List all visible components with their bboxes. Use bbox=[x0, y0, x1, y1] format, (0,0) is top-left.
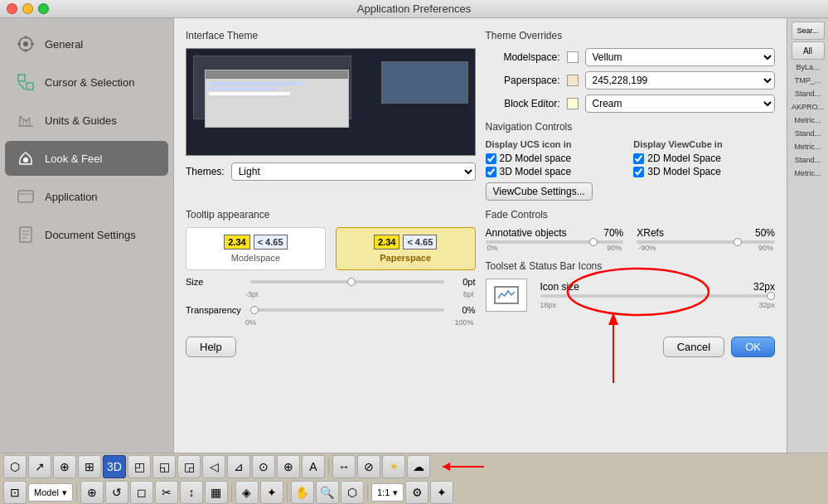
icon-size-slider-track[interactable] bbox=[540, 294, 776, 298]
icon-size-label: Icon size bbox=[540, 281, 579, 293]
tb-icon-fillet[interactable]: ⊿ bbox=[227, 455, 250, 478]
tb-icon-text[interactable]: A bbox=[302, 455, 325, 478]
tb-icon-star[interactable]: ✦ bbox=[260, 481, 283, 504]
tb-icon-cube[interactable]: ⬡ bbox=[341, 481, 364, 504]
vc-2d-checkbox[interactable] bbox=[633, 153, 644, 164]
ok-button[interactable]: OK bbox=[731, 337, 775, 357]
close-button[interactable] bbox=[7, 3, 17, 14]
right-bottom-section: Fade Controls Annotative objects 70% 0% … bbox=[486, 209, 776, 327]
model-dropdown[interactable]: Model ▾ bbox=[28, 483, 73, 502]
rp-all[interactable]: All bbox=[792, 41, 825, 60]
tb-icon-wand[interactable]: ✦ bbox=[430, 481, 453, 504]
tb-icon-circle[interactable]: ⊙ bbox=[252, 455, 275, 478]
tb-icon-grid[interactable]: ▦ bbox=[205, 481, 228, 504]
icon-size-slider-thumb[interactable] bbox=[767, 292, 775, 300]
minimize-button[interactable] bbox=[22, 3, 33, 14]
paperspace-tooltip-box[interactable]: 2.34 < 4.65 Paperspace bbox=[336, 227, 476, 270]
transparency-val: 0% bbox=[451, 305, 476, 315]
vc-3d-check[interactable]: 3D Model Space bbox=[633, 166, 775, 177]
xrefs-min: -90% bbox=[638, 244, 656, 252]
size-max: 6pt bbox=[463, 290, 474, 298]
size-slider-thumb[interactable] bbox=[347, 278, 356, 286]
xrefs-label-row: XRefs 50% bbox=[637, 227, 775, 239]
tb-icon-poly[interactable]: ◱ bbox=[153, 455, 176, 478]
toolset-section: Toolset & Status Bar Icons Icon size 32 bbox=[486, 260, 776, 312]
block-editor-override: Block Editor: Cream bbox=[486, 94, 776, 113]
tb-icon-scissors[interactable]: ✂ bbox=[155, 481, 178, 504]
modelspace-value-row: 2.34 < 4.65 bbox=[193, 235, 318, 250]
tb-icon-rect[interactable]: ◰ bbox=[128, 455, 151, 478]
tb-icon-rotate[interactable]: ↺ bbox=[105, 481, 128, 504]
ucs-3d-check[interactable]: 3D Model space bbox=[486, 166, 627, 177]
xrefs-thumb[interactable] bbox=[734, 238, 742, 246]
cancel-button[interactable]: Cancel bbox=[663, 337, 724, 357]
tb-icon-hatch[interactable]: ⊕ bbox=[277, 455, 300, 478]
tb-icon-line[interactable]: ↗ bbox=[28, 455, 51, 478]
tb-icon-snap2[interactable]: ◈ bbox=[235, 481, 259, 504]
xrefs-max: 90% bbox=[758, 244, 773, 252]
annotative-thumb[interactable] bbox=[589, 238, 598, 246]
tb-icon-snap[interactable]: ⊘ bbox=[357, 455, 380, 478]
svg-marker-26 bbox=[443, 463, 450, 471]
transparency-slider-track[interactable] bbox=[250, 308, 444, 312]
sidebar-item-document-settings[interactable]: Document Settings bbox=[5, 217, 168, 252]
sidebar-item-look-feel[interactable]: Look & Feel bbox=[5, 141, 168, 176]
xrefs-slider[interactable] bbox=[637, 240, 775, 244]
model-chevron: ▾ bbox=[62, 487, 67, 498]
tb-icon-3d[interactable]: 3D bbox=[103, 455, 126, 478]
ucs-3d-checkbox[interactable] bbox=[486, 167, 496, 177]
tb-icon-copy[interactable]: ⊞ bbox=[78, 455, 101, 478]
annotative-slider[interactable] bbox=[486, 240, 624, 244]
transparency-ticks: 0% 100% bbox=[186, 318, 476, 327]
block-editor-color-swatch bbox=[567, 98, 579, 109]
tb-icon-sun[interactable]: ☀ bbox=[382, 455, 405, 478]
paperspace-select[interactable]: 245,228,199 bbox=[585, 71, 776, 90]
themes-select[interactable]: Light Dark Auto bbox=[231, 162, 476, 181]
svg-point-1 bbox=[23, 41, 28, 46]
scale-dropdown[interactable]: 1:1 ▾ bbox=[371, 483, 404, 502]
tb-icon-select[interactable]: ⬡ bbox=[3, 455, 27, 478]
sidebar-item-units-guides[interactable]: Units & Guides bbox=[5, 103, 168, 138]
toolset-inner: Icon size 32px 16px 32px bbox=[486, 279, 776, 312]
transparency-max: 100% bbox=[454, 318, 473, 327]
svg-rect-21 bbox=[495, 287, 518, 303]
sidebar-item-cursor-selection[interactable]: Cursor & Selection bbox=[5, 65, 168, 99]
vc-2d-check[interactable]: 2D Model Space bbox=[633, 153, 775, 164]
bottom-section: Tooltip appearance 2.34 < 4.65 Modelspac… bbox=[186, 209, 775, 327]
transparency-min: 0% bbox=[245, 318, 256, 327]
modelspace-tooltip-box[interactable]: 2.34 < 4.65 Modelspace bbox=[186, 227, 326, 270]
tb-icon-compass[interactable]: ⊕ bbox=[80, 481, 104, 504]
modelspace-color-swatch bbox=[567, 51, 579, 63]
tb-icon-zoom[interactable]: 🔍 bbox=[316, 481, 339, 504]
icon-size-section: Icon size 32px 16px 32px bbox=[540, 281, 776, 309]
tb-icon-align[interactable]: ↕ bbox=[180, 481, 203, 504]
vc-2d-label: 2D Model Space bbox=[647, 153, 721, 164]
maximize-button[interactable] bbox=[38, 3, 49, 14]
viewcube-settings-button[interactable]: ViewCube Settings... bbox=[486, 182, 593, 201]
tb-icon-square[interactable]: ◻ bbox=[130, 481, 153, 504]
tb-icon-cloud[interactable]: ☁ bbox=[407, 455, 430, 478]
tb-icon-arc[interactable]: ◁ bbox=[202, 455, 225, 478]
tb-icon-layer[interactable]: ⊡ bbox=[3, 481, 27, 504]
transparency-label: Transparency bbox=[186, 305, 244, 315]
transparency-slider-thumb[interactable] bbox=[250, 306, 259, 314]
modelspace-select[interactable]: Vellum bbox=[585, 48, 776, 66]
tb-icon-pan[interactable]: ✋ bbox=[291, 481, 314, 504]
help-button[interactable]: Help bbox=[186, 337, 236, 357]
block-editor-select[interactable]: Cream bbox=[585, 94, 776, 113]
ucs-2d-checkbox[interactable] bbox=[486, 153, 496, 164]
window-controls bbox=[7, 3, 49, 14]
tb-icon-settings2[interactable]: ⚙ bbox=[405, 481, 429, 504]
tb-icon-trim[interactable]: ◲ bbox=[177, 455, 201, 478]
sidebar-item-application[interactable]: Application bbox=[5, 179, 168, 214]
tb-icon-dim[interactable]: ↔ bbox=[332, 455, 356, 478]
sidebar-item-general[interactable]: General bbox=[5, 27, 168, 61]
ucs-2d-label: 2D Model space bbox=[500, 153, 572, 164]
size-slider-track[interactable] bbox=[250, 280, 444, 284]
interface-theme-section: Interface Theme Themes: bbox=[186, 30, 476, 201]
vc-3d-checkbox[interactable] bbox=[633, 167, 644, 177]
ucs-2d-check[interactable]: 2D Model space bbox=[486, 153, 627, 164]
tb-sep2 bbox=[76, 483, 77, 502]
rp-search[interactable]: Sear... bbox=[792, 22, 825, 40]
tb-icon-move[interactable]: ⊕ bbox=[53, 455, 76, 478]
